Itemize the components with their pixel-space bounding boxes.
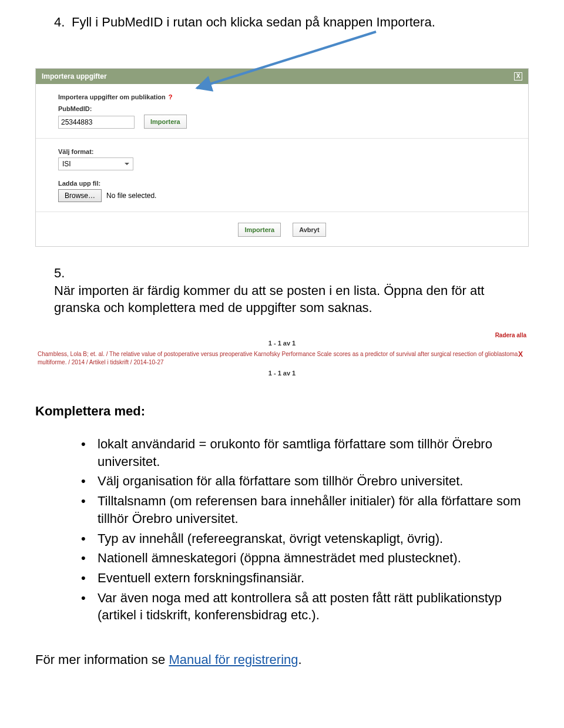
format-select[interactable]: ISI xyxy=(58,157,133,170)
step-5: 5.När importen är färdig kommer du att s… xyxy=(54,264,529,317)
list-item: Nationell ämneskategori (öppna ämnesträd… xyxy=(81,549,529,567)
section-format: Välj format: ISI Ladda upp fil: Browse… … xyxy=(36,139,528,212)
list-item: Välj organisation för alla författare so… xyxy=(81,472,529,490)
result-citation[interactable]: Chambless, Lola B; et. al. / The relativ… xyxy=(38,351,518,365)
delete-row-icon[interactable]: X xyxy=(518,350,526,358)
manual-link[interactable]: Manual för registrering xyxy=(169,652,298,667)
arrow-annotation xyxy=(35,39,529,68)
import-panel: Importera uppgifter X Importera uppgifte… xyxy=(35,68,529,247)
importera-small-button[interactable]: Importera xyxy=(144,115,187,129)
result-list: Radera alla 1 - 1 av 1 Chambless, Lola B… xyxy=(38,331,526,377)
step-5-text: När importen är färdig kommer du att se … xyxy=(54,282,512,317)
pubmedid-label: PubMedID: xyxy=(58,105,506,112)
pager-bottom: 1 - 1 av 1 xyxy=(38,370,526,377)
browse-button[interactable]: Browse… xyxy=(58,189,102,202)
subheading-label: Importera uppgifter om publikation ? xyxy=(58,93,506,100)
no-file-text: No file selected. xyxy=(106,192,156,200)
pager-top: 1 - 1 av 1 xyxy=(38,340,526,347)
arrow-icon xyxy=(35,28,446,93)
list-item: Eventuell extern forskningsfinansiär. xyxy=(81,569,529,587)
list-item: lokalt användarid = orukonto för samtlig… xyxy=(81,435,529,470)
footer-prefix: För mer information se xyxy=(35,652,169,667)
close-icon[interactable]: X xyxy=(514,72,522,80)
chevron-down-icon xyxy=(123,160,130,167)
radera-alla-link[interactable]: Radera alla xyxy=(495,332,526,338)
footer-suffix: . xyxy=(298,652,302,667)
avbryt-button[interactable]: Avbryt xyxy=(293,223,325,237)
document-page: 4.Fyll i PubMedID i rutan och klicka sed… xyxy=(0,15,564,667)
help-icon[interactable]: ? xyxy=(169,93,173,100)
komplettera-heading: Komplettera med: xyxy=(35,404,529,419)
importera-button[interactable]: Importera xyxy=(238,223,281,237)
format-label: Välj format: xyxy=(58,148,506,155)
subheading-text: Importera uppgifter om publikation xyxy=(58,93,166,100)
step-4-text: Fyll i PubMedID i rutan och klicka sedan… xyxy=(72,15,435,29)
list-item: Var även noga med att kontrollera så att… xyxy=(81,589,529,624)
pubmedid-input[interactable] xyxy=(58,116,135,129)
komplettera-list: lokalt användarid = orukonto för samtlig… xyxy=(35,435,529,624)
upload-label: Ladda upp fil: xyxy=(58,180,506,187)
footer-line: För mer information se Manual för regist… xyxy=(35,652,529,667)
result-row: Chambless, Lola B; et. al. / The relativ… xyxy=(38,350,526,366)
format-value: ISI xyxy=(62,160,71,168)
svg-line-0 xyxy=(197,32,376,88)
list-item: Typ av innehåll (refereegranskat, övrigt… xyxy=(81,530,529,548)
step-5-number: 5. xyxy=(54,264,72,282)
list-item: Tilltalsnamn (om referensen bara innehål… xyxy=(81,492,529,527)
panel-footer: Importera Avbryt xyxy=(36,212,528,246)
